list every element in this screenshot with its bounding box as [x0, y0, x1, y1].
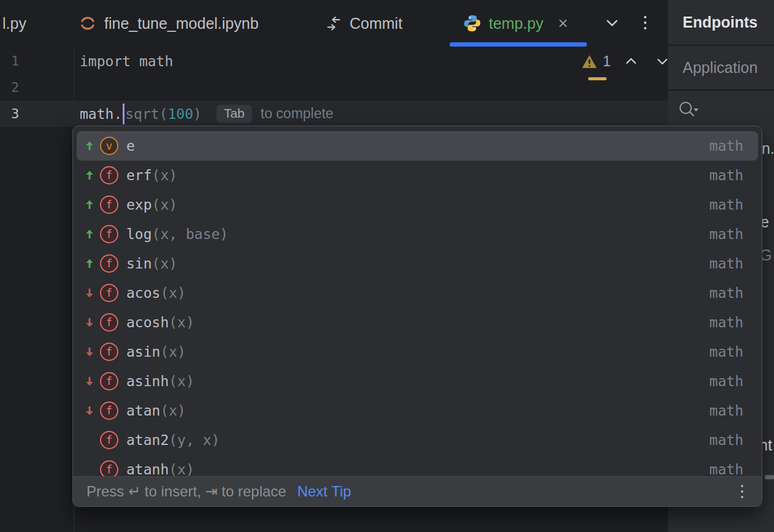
- completion-item-origin-module: math: [710, 256, 743, 272]
- completion-item-origin-module: math: [710, 344, 743, 360]
- completion-item-params: (x): [169, 462, 194, 477]
- line-number: 1: [0, 53, 74, 69]
- completion-item-params: (x): [160, 285, 186, 301]
- completion-hint-text: to complete: [261, 105, 334, 122]
- relevance-up-arrow-icon: [83, 169, 96, 181]
- inline-completion-ghost-number: 100: [168, 106, 194, 122]
- endpoints-module-application[interactable]: Application: [668, 46, 774, 91]
- line-number: 3: [0, 106, 74, 121]
- completion-item-params: (x): [169, 373, 194, 389]
- completion-item-name: e: [126, 138, 135, 154]
- inline-completion-ghost: sqrt(: [125, 106, 167, 122]
- inspections-widget[interactable]: 1: [581, 53, 671, 70]
- completion-item-acos[interactable]: facos(x)math: [73, 278, 762, 308]
- completion-item-params: (x): [169, 314, 194, 330]
- completion-item-params: (x, base): [152, 226, 229, 242]
- panel-divider-fragment: [765, 475, 774, 479]
- chevron-down-icon[interactable]: [603, 13, 621, 34]
- tab-temp-py-label: temp.py: [489, 15, 543, 32]
- function-kind-icon: f: [100, 460, 118, 477]
- completion-item-origin-module: math: [710, 167, 743, 183]
- function-kind-icon: f: [100, 284, 118, 302]
- next-tip-link[interactable]: Next Tip: [297, 483, 351, 500]
- function-kind-icon: f: [100, 372, 118, 390]
- completion-item-params: (x): [152, 197, 178, 213]
- search-icon[interactable]: [676, 98, 702, 125]
- loading-spinner-icon: [79, 14, 97, 32]
- completion-item-origin-module: math: [710, 197, 743, 213]
- relevance-up-arrow-icon: [83, 199, 96, 211]
- warning-count: 1: [603, 53, 611, 70]
- footer-kebab-icon[interactable]: [736, 482, 748, 501]
- completion-item-params: (x): [152, 167, 178, 183]
- completion-item-origin-module: math: [710, 314, 743, 330]
- completion-item-name: erf: [126, 167, 152, 183]
- completion-item-params: (x): [160, 344, 186, 360]
- active-tab-indicator: [450, 42, 587, 47]
- completion-item-atan2[interactable]: fatan2(y, x)math: [73, 425, 762, 455]
- completion-item-params: (x): [152, 256, 178, 272]
- completion-item-name: exp: [126, 197, 152, 213]
- completion-item-name: atan2: [126, 432, 169, 448]
- text-cursor: [123, 104, 125, 124]
- completion-item-atanh[interactable]: fatanh(x)math: [73, 455, 762, 477]
- completion-item-sin[interactable]: fsin(x)math: [73, 249, 762, 278]
- editor-line-1[interactable]: 1 import math: [0, 48, 668, 74]
- tab-temp-py[interactable]: temp.py: [463, 0, 569, 47]
- warning-icon: [581, 55, 597, 69]
- completion-item-origin-module: math: [710, 462, 743, 477]
- relevance-up-arrow-icon: [83, 257, 96, 270]
- typed-code: math.: [80, 106, 122, 122]
- tab-commit[interactable]: Commit: [325, 0, 402, 47]
- relevance-up-arrow-icon: [83, 228, 96, 240]
- tab-fine-tune-model-label: fine_tune_model.ipynb: [104, 15, 259, 32]
- completion-item-params: (x): [160, 403, 186, 419]
- more-options-kebab-icon[interactable]: [638, 12, 653, 36]
- relevance-down-arrow-icon: [83, 316, 96, 329]
- relevance-down-arrow-icon: [83, 375, 96, 387]
- tab-key-badge: Tab: [216, 105, 252, 123]
- editor-line-2[interactable]: 2: [0, 74, 668, 101]
- function-kind-icon: f: [100, 196, 118, 214]
- completion-item-name: atanh: [126, 462, 169, 477]
- python-icon: [463, 14, 481, 32]
- completion-item-acosh[interactable]: facosh(x)math: [73, 308, 762, 337]
- completion-item-name: sin: [126, 256, 152, 272]
- next-problem-chevron-down-icon[interactable]: [654, 53, 671, 70]
- tab-partial[interactable]: l.py: [2, 0, 26, 47]
- completion-list: vemathferf(x)mathfexp(x)mathflog(x, base…: [73, 126, 762, 477]
- function-kind-icon: f: [100, 313, 118, 332]
- previous-problem-chevron-up-icon[interactable]: [623, 53, 640, 70]
- editor-line-3-current[interactable]: 3 math.sqrt(100) Tab to complete: [0, 101, 668, 127]
- endpoints-panel-title: Endpoints: [668, 0, 774, 46]
- function-kind-icon: f: [100, 401, 118, 420]
- completion-item-log[interactable]: flog(x, base)math: [73, 219, 762, 249]
- completion-item-name: asinh: [126, 373, 169, 389]
- completion-item-atan[interactable]: fatan(x)math: [73, 396, 762, 425]
- ide-window: l.py fine_tune_model.ipynb Commit: [0, 0, 774, 532]
- relevance-down-arrow-icon: [83, 287, 96, 299]
- inline-completion-ghost: ): [193, 106, 202, 122]
- completion-item-asinh[interactable]: fasinh(x)math: [73, 367, 762, 396]
- completion-item-exp[interactable]: fexp(x)math: [73, 190, 762, 219]
- completion-popup: vemathferf(x)mathfexp(x)mathflog(x, base…: [72, 126, 762, 507]
- completion-item-name: atan: [126, 403, 160, 419]
- completion-item-name: log: [126, 226, 152, 242]
- completion-item-origin-module: math: [710, 285, 743, 301]
- completion-popup-footer: Press ↵ to insert, ⇥ to replace Next Tip: [73, 476, 762, 506]
- completion-item-erf[interactable]: ferf(x)math: [73, 161, 762, 190]
- completion-item-origin-module: math: [710, 373, 743, 389]
- variable-kind-icon: v: [100, 137, 118, 155]
- function-kind-icon: f: [100, 225, 118, 243]
- completion-item-e[interactable]: vemath: [77, 131, 758, 161]
- completion-item-asin[interactable]: fasin(x)math: [73, 337, 762, 367]
- close-tab-icon[interactable]: [557, 17, 569, 29]
- completion-item-origin-module: math: [710, 403, 743, 419]
- relevance-down-arrow-icon: [83, 405, 96, 417]
- panel-text-fragment: n.a: [762, 140, 774, 158]
- function-kind-icon: f: [100, 254, 118, 273]
- function-kind-icon: f: [100, 431, 118, 449]
- commit-icon: [325, 15, 342, 32]
- completion-item-name: acosh: [126, 314, 169, 330]
- tab-fine-tune-model[interactable]: fine_tune_model.ipynb: [79, 0, 259, 47]
